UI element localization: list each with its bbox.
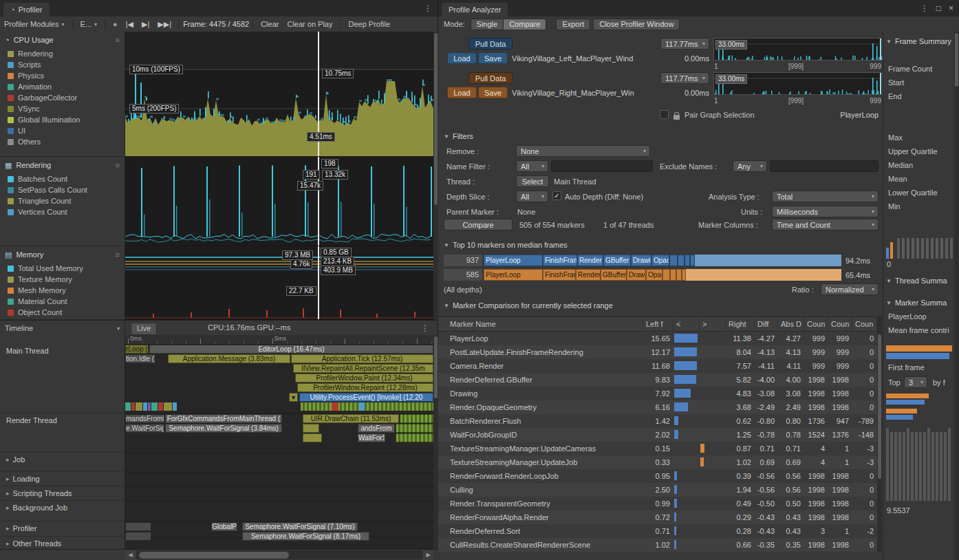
timeline-block[interactable]: Semaphore.WaitForSignal (8.17ms)	[242, 532, 369, 541]
module-header-memory[interactable]: ▤Memory≡	[0, 246, 125, 263]
scrollbar-thumb[interactable]	[434, 33, 438, 205]
marker-row-postlateupdate-finishframerendering[interactable]: PostLateUpdate.FinishFrameRendering12.17…	[438, 345, 883, 359]
dataset-left-max-dropdown[interactable]: 117.77ms ▾	[660, 38, 709, 50]
top10-segment[interactable]: Opac	[646, 269, 662, 281]
filters-foldout[interactable]: ▼ Filters	[444, 132, 473, 140]
selected-frame-line[interactable]	[318, 246, 319, 319]
top10-bar[interactable]: PlayerLoopFinishFramRenderGBufferDrawirO…	[484, 255, 841, 266]
legend-vertices-count[interactable]: Vertices Count	[0, 206, 125, 217]
timeline-block[interactable]: Semaphore.WaitForSignal (3.84ms)	[165, 424, 282, 433]
timeline-fragment[interactable]	[173, 402, 177, 411]
save-right-button[interactable]: Save	[478, 87, 508, 98]
column-header-right[interactable]: Right	[726, 317, 755, 331]
timeline-block[interactable]	[396, 433, 433, 442]
top-n-dropdown[interactable]: 3 ▾	[904, 376, 927, 388]
summary-scrollbar[interactable]	[954, 32, 959, 560]
export-button[interactable]: Export	[556, 19, 590, 30]
timeline-block[interactable]: ForGfxCommandsFromMainThread (	[165, 414, 282, 423]
pull-data-right-button[interactable]: Pull Data	[468, 72, 513, 84]
maximize-icon[interactable]: □	[936, 3, 941, 13]
exclude-names-input[interactable]	[770, 160, 879, 172]
thread-row-job[interactable]: ▸Job	[0, 453, 125, 472]
thread-row-scripting-threads[interactable]: ▸Scripting Threads	[0, 486, 125, 501]
timeline-fragment[interactable]	[359, 402, 365, 411]
timeline-block[interactable]: tion.Idle (1	[125, 354, 155, 363]
live-toggle[interactable]: Live	[131, 323, 157, 335]
foldout-arrow-icon[interactable]: ▸	[6, 475, 10, 482]
column-header-marker-name[interactable]: Marker Name	[438, 317, 643, 331]
top10-segment[interactable]: Drawi	[627, 269, 646, 281]
thread-row-profiler[interactable]: ▸Profiler	[0, 521, 125, 537]
tab-profiler[interactable]: ◔ Profiler	[3, 3, 50, 17]
tab-profile-analyzer[interactable]: Profile Analyzer	[442, 3, 508, 17]
timeline-block[interactable]: UIR.DrawChain (11.53ms)	[303, 414, 399, 423]
legend-ui[interactable]: UI	[0, 125, 125, 136]
save-left-button[interactable]: Save	[478, 52, 508, 64]
timeline-block[interactable]: mandsFromM	[125, 414, 164, 423]
timeline-block[interactable]: WaitForSig	[358, 433, 385, 442]
scroll-right-icon[interactable]: ▶	[423, 550, 433, 560]
timeline-block[interactable]: Semaphore.WaitForSignal (7.10ms)	[242, 522, 358, 531]
pull-data-left-button[interactable]: Pull Data	[468, 38, 513, 50]
top10-segment[interactable]	[690, 255, 695, 266]
top10-segment[interactable]: PlayerLoop	[484, 255, 543, 266]
thread-summary-foldout[interactable]: ▼ Thread Summa	[886, 277, 947, 285]
column-header-col-3[interactable]: >	[700, 317, 726, 331]
legend-physics[interactable]: Physics	[0, 70, 125, 81]
legend-others[interactable]: Others	[0, 136, 125, 147]
marker-row-drawing[interactable]: Drawing7.924.83-3.083.08199819980	[438, 387, 883, 400]
marker-row-render-opaquegeometry[interactable]: Render.OpaqueGeometry6.163.68-2.492.4919…	[438, 400, 883, 414]
top10-segment[interactable]	[669, 255, 678, 266]
timeline-fragment[interactable]	[301, 402, 433, 411]
profiler-modules-dropdown[interactable]: Profiler Modules ▾	[0, 17, 69, 32]
column-header-coun[interactable]: Coun	[828, 317, 852, 331]
timeline-block[interactable]	[125, 532, 151, 541]
marker-summary-foldout[interactable]: ▼ Marker Summa	[886, 299, 947, 307]
load-right-button[interactable]: Load	[447, 87, 477, 98]
top10-segment[interactable]: FinishFram	[543, 255, 577, 266]
marker-row-renderdeferred-sort[interactable]: RenderDeferred.Sort0.710.28-0.430.4331-2	[438, 524, 883, 538]
cpu-usage-chart[interactable]: 10ms (100FPS) 5ms (200FPS) 10.75ms 4.51m…	[125, 32, 433, 157]
dataset-right-max-dropdown[interactable]: 117.77ms ▾	[660, 72, 709, 84]
module-header-cpu-usage[interactable]: ◔CPU Usage≡	[0, 32, 125, 48]
remove-dropdown[interactable]: None ▾	[516, 145, 650, 157]
table-scrollbar[interactable]	[877, 316, 882, 552]
ratio-dropdown[interactable]: Normalized ▾	[821, 283, 879, 295]
timeline-menu-icon[interactable]: ⋮	[421, 323, 429, 333]
module-header-rendering[interactable]: ▦Rendering≡	[0, 157, 125, 173]
timeline-block[interactable]: Utility.ProcessEvent() [Invoke] (12.20	[299, 393, 433, 402]
name-filter-dropdown[interactable]: All ▾	[516, 160, 548, 172]
current-frame-button[interactable]: ▶▶|	[153, 20, 175, 29]
column-header-coun[interactable]: Coun	[804, 317, 828, 331]
legend-global-illumination[interactable]: Global Illumination	[0, 114, 125, 125]
foldout-arrow-icon[interactable]: ▸	[6, 456, 10, 463]
legend-object-count[interactable]: Object Count	[0, 307, 125, 318]
close-icon[interactable]: ×	[949, 3, 953, 13]
top10-segment[interactable]: Opac	[651, 255, 669, 266]
timeline-view-dropdown[interactable]: Timeline ▾	[0, 321, 125, 336]
legend-total-used-memory[interactable]: Total Used Memory	[0, 263, 125, 274]
timeline-block[interactable]: IlView.RepaintAll.RepaintScene (12.35m	[293, 364, 433, 373]
dataset-left-graph[interactable]: 33.00ms	[713, 38, 883, 61]
timeline-block[interactable]: ProfilerWindow.Repaint (12.28ms)	[297, 383, 433, 392]
timeline-block[interactable]: e.WaitForSigna	[125, 424, 164, 433]
window-menu-icon[interactable]: ⋮	[920, 3, 929, 13]
units-dropdown[interactable]: Milliseconds ▾	[772, 206, 879, 217]
thread-row-background-job[interactable]: ▸Background Job	[0, 501, 125, 521]
top10-segment[interactable]: Drawir	[631, 255, 651, 266]
timeline-block[interactable]: ▾	[289, 393, 298, 402]
close-profiler-window-button[interactable]: Close Profiler Window	[593, 19, 680, 30]
thread-row-loading[interactable]: ▸Loading	[0, 472, 125, 486]
dataset-right-graph[interactable]: 33.00ms	[713, 72, 883, 95]
scrollbar-thumb[interactable]	[434, 336, 438, 398]
legend-material-count[interactable]: Material Count	[0, 296, 125, 307]
marker-columns-dropdown[interactable]: Time and Count ▾	[772, 219, 879, 230]
scrollbar-thumb[interactable]	[878, 334, 881, 479]
editor-target-dropdown[interactable]: E... ▾	[76, 17, 102, 32]
thread-row-main-thread[interactable]: Main Thread	[0, 344, 125, 413]
top10-segment[interactable]	[676, 269, 682, 281]
thread-row-render-thread[interactable]: Render Thread	[0, 413, 125, 453]
timeline-block[interactable]	[396, 424, 433, 433]
frame-number[interactable]: 937	[444, 255, 482, 266]
marker-row-texturestreamingmanager-updatecameras[interactable]: TextureStreamingManager.UpdateCameras0.1…	[438, 442, 883, 455]
